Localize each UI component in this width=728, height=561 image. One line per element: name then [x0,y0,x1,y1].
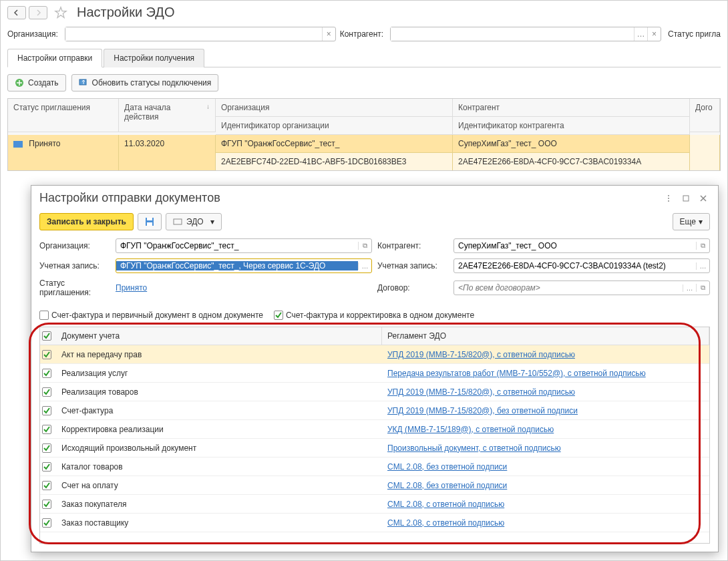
edo-label: ЭДО [186,217,204,226]
docs-row-check[interactable] [40,406,56,415]
th-counterparty[interactable]: Контрагент [453,99,690,117]
docs-row[interactable]: Исходящий произвольный документПроизволь… [40,439,709,457]
form-counterparty-label: Контрагент: [377,241,449,250]
create-button[interactable]: Создать [7,74,66,91]
popup-maximize-icon[interactable] [679,192,693,204]
docs-row-check[interactable] [40,443,56,453]
reg-link[interactable]: CML 2.08, с ответной подписью [387,518,504,528]
th-contract[interactable]: Дого [690,99,720,132]
dots-icon[interactable]: … [683,285,696,292]
nav-forward-button[interactable] [29,6,47,19]
reg-link[interactable]: Произвольный документ, с ответной подпис… [387,443,561,453]
docs-row-check[interactable] [40,500,56,509]
td-counterparty[interactable]: СуперХимГаз"_тест_ ООО [453,135,690,152]
form-counterparty-field[interactable]: ⧉ [453,238,710,253]
th-org[interactable]: Организация [216,99,453,117]
refresh-status-button[interactable]: Обновить статусы подключения [71,74,219,91]
docs-row-reg: CML 2.08, с ответной подписью [382,516,709,530]
th-status[interactable]: Статус приглашения [8,99,119,132]
reg-link[interactable]: CML 2.08, без ответной подписи [387,481,507,490]
status-filter-label: Статус пригла [668,29,721,39]
checkbox-icon [39,311,49,320]
write-close-button[interactable]: Записать и закрыть [39,213,134,230]
nav-back-button[interactable] [7,6,26,19]
edo-dropdown[interactable]: ЭДО ▾ [166,213,222,230]
th-date[interactable]: Дата начала действия ↓ [119,99,216,132]
docs-row-check[interactable] [40,425,56,434]
docs-row-reg: CML 2.08, без ответной подписи [382,459,709,474]
th-org-id[interactable]: Идентификатор организации [216,117,453,135]
docs-row[interactable]: Заказ покупателяCML 2.08, с ответной под… [40,495,709,514]
docs-row-name: Акт на передачу прав [56,347,382,362]
reg-link[interactable]: УПД 2019 (ММВ-7-15/820@), с ответной под… [387,387,575,397]
more-button[interactable]: Еще ▾ [673,213,710,230]
checkbox-checked-icon [42,518,51,528]
form-account2-field[interactable]: … [453,258,710,273]
form-account-field[interactable]: … [116,258,372,273]
docs-row[interactable]: Реализация товаровУПД 2019 (ММВ-7-15/820… [40,383,709,401]
docs-row-check[interactable] [40,350,56,359]
reg-link[interactable]: CML 2.08, без ответной подписи [387,462,507,472]
open-icon[interactable]: ⧉ [696,242,709,250]
form-account-label: Учетная запись: [39,261,112,270]
dots-icon[interactable]: … [358,262,371,270]
tab-receive[interactable]: Настройки получения [104,49,204,67]
checkbox-invoice-primary[interactable]: Счет-фактура и первичный документ в одно… [39,311,263,320]
form-contract-label: Договор: [377,283,449,293]
dots-icon[interactable]: … [696,262,709,270]
popup-close-icon[interactable] [697,192,710,204]
form-status-link[interactable]: Принято [116,283,147,293]
docs-row-reg: УКД (ММВ-7-15/189@), с ответной подписью [382,422,709,437]
counterparty-filter-input[interactable]: … × [390,27,661,41]
td-counterparty-id[interactable]: 2AE47E2E266-E8DA-4CF0-9CC7-C3BAC019334A [453,152,690,170]
docs-row[interactable]: Реализация услугПередача результатов раб… [40,364,709,383]
td-contract[interactable] [690,135,720,170]
popup-menu-icon[interactable] [662,192,675,204]
org-filter-input[interactable]: × [65,27,336,41]
open-icon[interactable]: ⧉ [696,284,709,292]
docs-row[interactable]: Заказ поставщикуCML 2.08, с ответной под… [40,514,709,532]
refresh-icon [79,78,88,87]
docs-row-name: Реализация услуг [56,366,382,381]
org-filter-clear[interactable]: × [322,27,335,41]
reg-link[interactable]: УПД 2019 (ММВ-7-15/820@), без ответной п… [387,406,578,415]
td-org[interactable]: ФГУП "ОранжГосСервис"_тест_ [216,135,453,152]
checkbox-checked-icon [42,369,51,378]
docs-row-reg: УПД 2019 (ММВ-7-15/820@), с ответной под… [382,385,709,399]
docs-header-reg[interactable]: Регламент ЭДО [382,327,709,345]
open-icon[interactable]: ⧉ [358,242,371,250]
docs-row-check[interactable] [40,518,56,528]
docs-row-check[interactable] [40,387,56,397]
reg-link[interactable]: УКД (ММВ-7-15/189@), с ответной подписью [387,425,554,434]
td-date[interactable]: 11.03.2020 [119,135,216,170]
edo-icon [173,217,182,226]
docs-row[interactable]: Каталог товаровCML 2.08, без ответной по… [40,457,709,476]
docs-header-name[interactable]: Документ учета [56,327,382,345]
docs-table: Документ учета Регламент ЭДО Акт на пере… [39,327,710,544]
td-org-id[interactable]: 2AE2EBFC74D-22ED-41BC-ABF5-1DCB01683BE3 [216,152,453,170]
checkbox-invoice-correction[interactable]: Счет-фактура и корректировка в одном док… [274,311,474,320]
reg-link[interactable]: Передача результатов работ (ММВ-7-10/552… [387,369,646,378]
checkbox-checked-icon [42,462,51,472]
save-button[interactable] [138,213,162,230]
tab-send[interactable]: Настройки отправки [7,49,102,67]
reg-link[interactable]: УПД 2019 (ММВ-7-15/820@), с ответной под… [387,350,575,359]
th-counterparty-id[interactable]: Идентификатор контрагента [453,117,690,135]
docs-row-name: Каталог товаров [56,459,382,474]
docs-row-check[interactable] [40,481,56,490]
counterparty-filter-dots[interactable]: … [634,27,647,41]
docs-row-check[interactable] [40,462,56,472]
docs-row[interactable]: Корректировка реализацииУКД (ММВ-7-15/18… [40,420,709,439]
reg-link[interactable]: CML 2.08, с ответной подписью [387,500,504,509]
form-org-field[interactable]: ⧉ [116,238,372,253]
docs-row[interactable]: Счет на оплатуCML 2.08, без ответной под… [40,476,709,495]
docs-row[interactable]: Счет-фактураУПД 2019 (ММВ-7-15/820@), бе… [40,401,709,420]
favorite-star-icon[interactable] [54,6,67,19]
counterparty-filter-clear[interactable]: × [647,27,661,41]
docs-row[interactable]: Акт на передачу правУПД 2019 (ММВ-7-15/8… [40,345,709,364]
docs-row-reg: CML 2.08, без ответной подписи [382,478,709,493]
td-status[interactable]: Принято [8,135,119,170]
docs-row-check[interactable] [40,369,56,378]
form-contract-field[interactable]: … ⧉ [453,280,710,295]
docs-header-check[interactable] [40,327,56,345]
